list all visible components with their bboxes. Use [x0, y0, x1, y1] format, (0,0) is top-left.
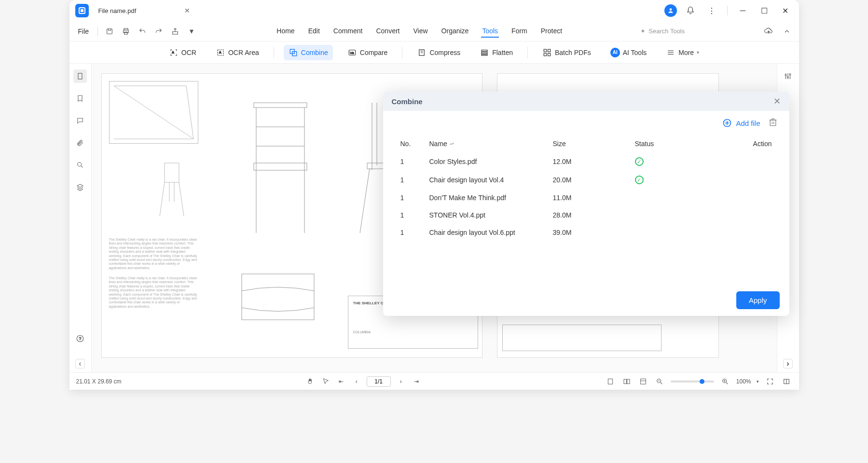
ocr-area-button[interactable]: A OCR Area: [211, 45, 264, 60]
apply-button[interactable]: Apply: [736, 291, 780, 309]
table-row[interactable]: 1Color Styles.pdf12.0M✓: [400, 152, 772, 171]
hand-tool-icon[interactable]: [305, 376, 316, 387]
tab-view[interactable]: View: [412, 25, 428, 38]
ai-tools-label: AI Tools: [623, 49, 647, 56]
prev-page-icon[interactable]: ‹: [351, 376, 362, 387]
row-no: 1: [400, 194, 429, 202]
help-icon[interactable]: ?: [73, 332, 87, 345]
svg-rect-19: [544, 49, 546, 52]
tab-organize[interactable]: Organize: [441, 25, 470, 38]
undo-icon[interactable]: [136, 25, 149, 38]
svg-rect-17: [482, 52, 487, 54]
close-tab-icon[interactable]: ✕: [184, 7, 190, 14]
batch-icon: [542, 48, 552, 57]
kebab-menu-icon[interactable]: ⋮: [704, 3, 719, 18]
search-tools-placeholder: Search Tools: [648, 27, 685, 35]
save-icon[interactable]: [103, 25, 116, 38]
minimize-icon[interactable]: ─: [735, 3, 751, 18]
svg-line-27: [114, 86, 193, 139]
tab-form[interactable]: Form: [510, 25, 528, 38]
clear-all-icon[interactable]: [768, 117, 778, 129]
table-row[interactable]: 1STONER Vol.4.ppt28.0M: [400, 206, 772, 224]
fit-page-icon[interactable]: [621, 376, 632, 387]
more-button[interactable]: More ▾: [661, 45, 704, 60]
close-window-icon[interactable]: ✕: [778, 3, 793, 18]
next-page-icon[interactable]: ›: [396, 376, 406, 387]
dropdown-icon[interactable]: ▾: [185, 25, 198, 38]
share-icon[interactable]: [168, 25, 182, 38]
compress-button[interactable]: Compress: [412, 45, 465, 60]
cloud-upload-icon[interactable]: [762, 25, 775, 38]
row-size: 12.0M: [553, 158, 635, 165]
settings-sliders-icon[interactable]: [781, 69, 795, 83]
row-no: 1: [400, 176, 429, 184]
tab-protect[interactable]: Protect: [540, 25, 563, 38]
more-label: More: [678, 49, 694, 56]
tab-edit[interactable]: Edit: [307, 25, 321, 38]
fullscreen-icon[interactable]: [765, 376, 775, 387]
zoom-in-icon[interactable]: [720, 376, 730, 387]
comments-icon[interactable]: [73, 114, 87, 127]
ai-icon: AI: [610, 48, 620, 57]
tab-comment[interactable]: Comment: [332, 25, 364, 38]
row-no: 1: [400, 158, 429, 165]
left-sidebar: ? ‹: [69, 64, 92, 372]
th-name[interactable]: Name▴▾: [429, 140, 553, 148]
compare-button[interactable]: VS Compare: [343, 45, 393, 60]
row-status: ✓: [635, 157, 746, 166]
redo-icon[interactable]: [152, 25, 165, 38]
table-row[interactable]: 1Chair design layout Vol.6.ppt39.0M: [400, 224, 772, 241]
svg-point-45: [785, 74, 786, 76]
bookmarks-icon[interactable]: [73, 92, 87, 105]
menu-tabs: Home Edit Comment Convert View Organize …: [276, 25, 563, 38]
zoom-slider[interactable]: [671, 381, 714, 382]
table-row[interactable]: 1Chair design layout Vol.420.0M✓: [400, 171, 772, 189]
first-page-icon[interactable]: ⇤: [336, 376, 346, 387]
search-tools[interactable]: ✦ Search Tools: [640, 27, 685, 35]
print-icon[interactable]: [119, 25, 133, 38]
th-status: Status: [635, 140, 746, 148]
tab-home[interactable]: Home: [276, 25, 295, 38]
chevron-down-icon: ▾: [697, 50, 699, 55]
file-menu[interactable]: File: [74, 26, 93, 37]
reading-mode-icon[interactable]: [781, 376, 792, 387]
collapse-left-icon[interactable]: ‹: [75, 359, 85, 368]
ocr-button[interactable]: A OCR: [164, 45, 201, 60]
attachments-icon[interactable]: [73, 136, 87, 150]
collapse-ribbon-icon[interactable]: [780, 25, 794, 38]
page-dimensions: 21.01 X 29.69 cm: [76, 378, 122, 385]
user-avatar-icon[interactable]: [664, 4, 677, 17]
batch-label: Batch PDFs: [555, 49, 591, 56]
search-icon[interactable]: [73, 158, 87, 172]
svg-rect-28: [165, 163, 179, 182]
maximize-icon[interactable]: ☐: [757, 3, 772, 18]
ai-tools-button[interactable]: AI AI Tools: [606, 45, 652, 60]
page-description: The Shelley Chair really is a rad chair.…: [109, 238, 198, 270]
batch-pdfs-button[interactable]: Batch PDFs: [537, 45, 596, 60]
table-row[interactable]: 1Don'T Make Me Think.pdf11.0M: [400, 189, 772, 206]
add-file-button[interactable]: Add file: [722, 118, 760, 128]
collapse-right-icon[interactable]: ›: [783, 359, 793, 368]
combine-button[interactable]: Combine: [284, 45, 333, 60]
zoom-dropdown-icon[interactable]: ▾: [757, 379, 759, 384]
last-page-icon[interactable]: ⇥: [411, 376, 422, 387]
tab-convert[interactable]: Convert: [375, 25, 400, 38]
tab-tools[interactable]: Tools: [481, 25, 499, 38]
close-panel-icon[interactable]: ✕: [773, 96, 781, 107]
bell-icon[interactable]: [683, 3, 698, 18]
svg-rect-21: [544, 53, 546, 55]
divider: [97, 27, 98, 36]
svg-rect-33: [254, 103, 307, 108]
document-tab[interactable]: File name.pdf ✕: [93, 3, 196, 18]
flatten-button[interactable]: Flatten: [475, 45, 518, 60]
select-tool-icon[interactable]: [320, 376, 331, 387]
thumbnails-icon[interactable]: [73, 69, 87, 83]
divider: [727, 6, 728, 15]
view-mode-icon[interactable]: [638, 376, 648, 387]
compress-label: Compress: [429, 49, 460, 56]
svg-rect-38: [254, 163, 307, 170]
fit-width-icon[interactable]: [605, 376, 616, 387]
page-number-input[interactable]: [367, 376, 391, 387]
layers-icon[interactable]: [73, 180, 87, 194]
zoom-out-icon[interactable]: [654, 376, 665, 387]
